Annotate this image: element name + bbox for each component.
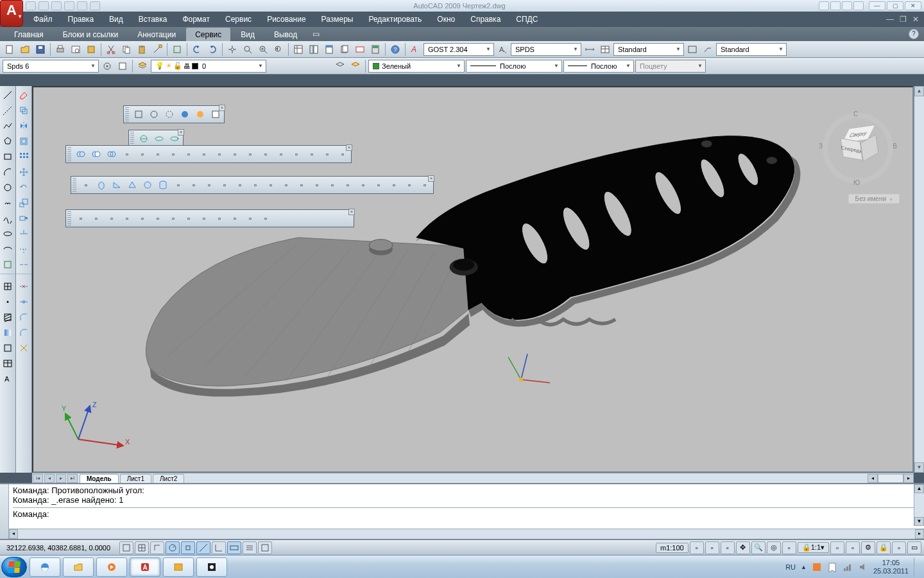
tray-volume-icon[interactable] [858, 562, 868, 572]
paste-icon[interactable] [135, 42, 149, 57]
move-icon[interactable] [17, 166, 30, 179]
new-file-icon[interactable] [3, 42, 17, 57]
status-toolbar-lock-icon[interactable]: 🔒 [877, 541, 891, 554]
status-anno-visibility-icon[interactable]: ▫ [830, 541, 844, 554]
search-icon[interactable] [819, 1, 829, 10]
text-style-settings-icon[interactable]: A [495, 42, 509, 57]
rotate-face-icon[interactable]: ▫ [182, 147, 196, 161]
view-se-iso-icon[interactable]: ▫ [197, 211, 211, 225]
status-coordinates[interactable]: 32122.6938, 40382.6881, 0.0000 [3, 544, 118, 552]
table-style-icon[interactable] [598, 42, 612, 57]
float-toolbar-visual-styles[interactable]: × [123, 105, 225, 123]
status-workspace-switch-icon[interactable]: ⚙ [861, 541, 875, 554]
ribbon-tab-blocks[interactable]: Блоки и ссылки [54, 28, 127, 41]
sweep-icon[interactable]: ▫ [264, 178, 278, 192]
copy-object-icon[interactable] [17, 104, 30, 117]
ribbon-tab-view[interactable]: Вид [232, 28, 264, 41]
construction-line-icon[interactable] [1, 104, 14, 117]
doc-minimize-button[interactable]: — [886, 15, 894, 24]
status-hardware-accel-icon[interactable]: ▫ [892, 541, 906, 554]
plot-preview-icon[interactable] [69, 42, 83, 57]
status-snap-toggle[interactable] [119, 541, 133, 554]
rotate-icon[interactable] [17, 181, 30, 194]
status-showmotion-icon[interactable]: ▫ [782, 541, 796, 554]
color-edge-icon[interactable]: ▫ [259, 147, 273, 161]
toolbar-close-icon[interactable]: × [346, 144, 352, 151]
command-window-grip-icon[interactable] [0, 484, 9, 539]
section-plane-icon[interactable]: ▫ [310, 178, 324, 192]
view-bottom-icon[interactable]: ▫ [105, 211, 119, 225]
vs-conceptual-icon[interactable] [193, 107, 207, 121]
pyramid-icon[interactable]: ▫ [187, 178, 201, 192]
presspull-icon[interactable]: ▫ [248, 178, 262, 192]
3d-move-icon[interactable]: ▫ [387, 178, 401, 192]
view-right-icon[interactable]: ▫ [135, 211, 150, 225]
tray-language-indicator[interactable]: RU [785, 563, 796, 571]
status-otrack-toggle[interactable] [196, 541, 210, 554]
redo-icon[interactable] [205, 42, 219, 57]
rectangle-icon[interactable] [1, 150, 14, 163]
union-icon[interactable] [74, 147, 88, 161]
qat-save-icon[interactable] [51, 1, 62, 10]
toolbar-grip-icon[interactable] [125, 107, 129, 121]
circle-icon[interactable] [1, 181, 14, 194]
text-style-icon[interactable]: A [408, 42, 422, 57]
subtract-icon[interactable] [89, 147, 103, 161]
status-pan-icon[interactable]: ✥ [736, 541, 750, 554]
window-close-button[interactable]: ✕ [905, 1, 921, 10]
app-menu-button[interactable]: A [0, 0, 23, 27]
layer-states-icon[interactable] [348, 59, 363, 73]
sphere-icon[interactable] [141, 178, 155, 192]
text-style-combo[interactable]: GOST 2.304▼ [424, 43, 494, 56]
table-style-settings-icon[interactable] [685, 42, 699, 57]
drawing-canvas[interactable]: × × ▫ ▫ ▫ ▫ ▫ ▫ ▫ ▫ ▫ ▫ ▫ ▫ ▫ ▫ [33, 87, 912, 471]
toolbar-close-icon[interactable]: × [178, 129, 184, 136]
zoom-window-icon[interactable] [256, 42, 270, 57]
multileader-style-icon[interactable] [701, 42, 715, 57]
viewcube-view-name[interactable]: Без имени [848, 194, 900, 204]
copy-edge-icon[interactable]: ▫ [243, 147, 257, 161]
layout-tab-sheet1[interactable]: Лист1 [120, 474, 151, 483]
status-ducs-toggle[interactable] [212, 541, 226, 554]
status-anno-autoscale-icon[interactable]: ▫ [846, 541, 860, 554]
canvas-vertical-scrollbar[interactable]: ▲ ▼ [914, 86, 924, 473]
spds-combo[interactable]: Spds 6▼ [3, 60, 99, 73]
mtext-icon[interactable]: A [1, 372, 14, 385]
chamfer-icon[interactable] [17, 311, 30, 324]
qat-redo-icon[interactable] [90, 1, 100, 10]
mirror-icon[interactable] [17, 119, 30, 132]
color-combo[interactable]: Зеленый▼ [368, 60, 465, 73]
view-ne-iso-icon[interactable]: ▫ [212, 211, 227, 225]
open-file-icon[interactable] [18, 42, 32, 57]
status-polar-toggle[interactable] [166, 541, 180, 554]
vs-2dwire-icon[interactable] [132, 107, 146, 121]
helix-icon[interactable]: ▫ [202, 178, 216, 192]
publish-icon[interactable] [84, 42, 98, 57]
status-lwt-toggle[interactable] [243, 541, 257, 554]
scale-icon[interactable] [17, 197, 30, 209]
break-icon[interactable] [17, 280, 30, 293]
menu-insert[interactable]: Вставка [131, 12, 175, 26]
favorites-icon[interactable] [853, 1, 864, 10]
float-toolbar-solid-editing[interactable]: ▫ ▫ ▫ ▫ ▫ ▫ ▫ ▫ ▫ ▫ ▫ ▫ ▫ ▫ ▫ × [65, 145, 352, 163]
window-maximize-button[interactable]: ▢ [887, 1, 903, 10]
ellipse-icon[interactable] [1, 227, 14, 240]
stretch-icon[interactable] [17, 212, 30, 225]
region-icon[interactable] [1, 342, 14, 355]
toolbar-grip-icon[interactable] [67, 211, 71, 225]
copy-face-icon[interactable]: ▫ [212, 147, 227, 161]
status-zoom-icon[interactable]: 🔍 [751, 541, 766, 554]
view-top-icon[interactable]: ▫ [89, 211, 103, 225]
print-icon[interactable] [53, 42, 67, 57]
explode-icon[interactable] [17, 342, 30, 355]
join-icon[interactable] [17, 295, 30, 308]
tray-clock[interactable]: 17:05 25.03.2011 [873, 559, 909, 575]
spds-edit-icon[interactable] [116, 59, 130, 73]
copy-icon[interactable] [119, 42, 133, 57]
status-steering-wheel-icon[interactable]: ◎ [767, 541, 781, 554]
view-left-icon[interactable]: ▫ [120, 211, 134, 225]
menu-window[interactable]: Окно [429, 12, 463, 26]
undo-icon[interactable] [190, 42, 204, 57]
shell-icon[interactable]: ▫ [320, 147, 334, 161]
qat-undo-icon[interactable] [77, 1, 87, 10]
